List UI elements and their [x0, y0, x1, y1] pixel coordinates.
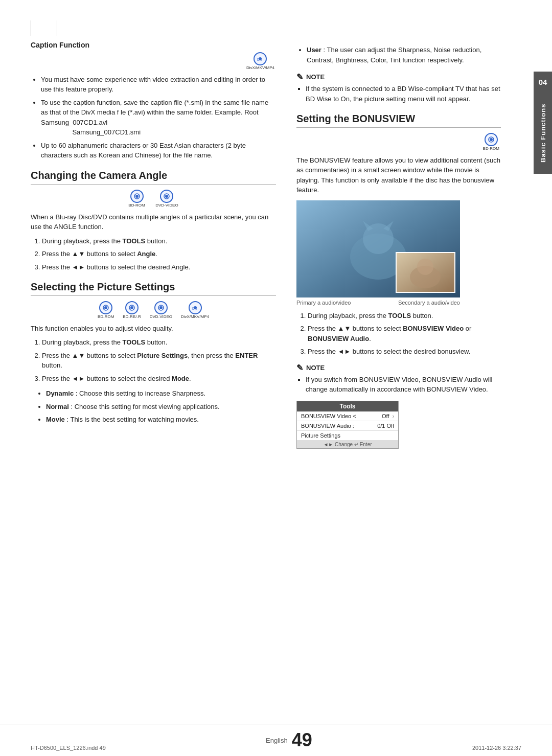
note-label-2: NOTE — [306, 364, 325, 372]
picture-settings-section: Selecting the Picture Settings BD-ROM — [31, 281, 276, 425]
svg-point-10 — [160, 307, 162, 309]
bonusview-title: Setting the BONUSVIEW — [296, 113, 501, 128]
top-margin-lines — [0, 20, 552, 36]
side-tab-label: Basic Functions — [534, 92, 552, 174]
svg-point-3 — [164, 194, 169, 199]
caption-icon-row: DX DivX/MKV/MP4 — [31, 52, 276, 71]
tools-menu: Tools BONUSVIEW Video < Off › BONUSVIEW … — [296, 401, 399, 449]
ps-step-2: Press the ▲▼ buttons to select Picture S… — [42, 351, 276, 371]
note-label-1: NOTE — [306, 73, 325, 81]
bv-step-1: During playback, press the TOOLS button. — [308, 311, 501, 321]
tools-menu-row-2: BONUSVIEW Audio : 0/1 Off — [297, 421, 398, 431]
side-tab-text: Basic Functions — [539, 103, 547, 162]
picture-settings-intro: This function enables you to adjust vide… — [31, 324, 276, 334]
caption-bullet-2: To use the caption function, save the ca… — [41, 98, 276, 138]
svg-point-6 — [105, 307, 107, 309]
svg-point-9 — [158, 305, 164, 310]
bv-step-2: Press the ▲▼ buttons to select BONUSVIEW… — [308, 324, 501, 343]
bonusview-section: Setting the BONUSVIEW BD-ROM The BONUSVI… — [296, 113, 501, 449]
bonusview-primary-label: Primary a audio/video — [296, 300, 351, 306]
note-item-2: If you switch from BONUSVIEW Video, BONU… — [306, 375, 501, 395]
picture-settings-icons: BD-ROM BD-RE/-R DVD-VIDEO — [31, 301, 276, 319]
note-content-2: If you switch from BONUSVIEW Video, BONU… — [296, 375, 501, 395]
svg-point-1 — [134, 194, 140, 199]
bonusview-steps: During playback, press the TOOLS button.… — [296, 311, 501, 357]
svg-text:DX: DX — [192, 307, 197, 310]
note-icon-1: ✎ — [296, 72, 303, 82]
ps-step-3: Press the ◄► buttons to select the desir… — [42, 374, 276, 384]
tools-menu-row-1: BONUSVIEW Video < Off › — [297, 411, 398, 421]
svg-point-12 — [489, 137, 494, 142]
tools-menu-row-3: Picture Settings — [297, 431, 398, 441]
camera-angle-section: Changing the Camera Angle BD-ROM — [31, 170, 276, 272]
user-bullet-list: User : The user can adjust the Sharpness… — [296, 45, 501, 65]
divx-icon: DX DivX/MKV/MP4 — [246, 52, 274, 71]
camera-angle-intro: When a Blu-ray Disc/DVD contains multipl… — [31, 212, 276, 232]
page-number-area: English 49 — [266, 729, 312, 751]
picture-settings-note: ✎ NOTE If the system is connected to a B… — [296, 72, 501, 104]
ps-dynamic: Dynamic : Choose this setting to increas… — [46, 388, 276, 399]
ps-divx-icon: DX DivX/MKV/MP4 — [181, 301, 209, 319]
svg-point-8 — [131, 307, 133, 309]
caption-bullets: You must have some experience with video… — [31, 75, 276, 161]
bonusview-icon-row: BD-ROM — [296, 133, 501, 151]
right-column: User : The user can adjust the Sharpness… — [296, 41, 521, 724]
ps-user: User : The user can adjust the Sharpness… — [307, 45, 501, 65]
svg-point-4 — [166, 195, 168, 197]
bonusview-secondary-label: Secondary a audio/video — [398, 300, 460, 306]
picture-settings-title: Selecting the Picture Settings — [31, 281, 276, 296]
tools-menu-title: Tools — [297, 401, 398, 411]
bdrom-icon: BD-ROM — [128, 190, 145, 208]
page-wrapper: Caption Function DX DivX/MKV/MP4 You mus… — [0, 0, 552, 756]
ps-step-1: During playback, press the TOOLS button. — [42, 337, 276, 348]
ps-normal: Normal : Choose this setting for most vi… — [46, 402, 276, 412]
footer-date: 2011-12-26 3:22:37 — [472, 745, 521, 751]
ps-movie: Movie : This is the best setting for wat… — [46, 415, 276, 425]
svg-point-7 — [129, 305, 134, 310]
ps-bdrer-icon: BD-RE/-R — [123, 301, 141, 319]
left-column: Caption Function DX DivX/MKV/MP4 You mus… — [31, 41, 276, 724]
bonusview-note: ✎ NOTE If you switch from BONUSVIEW Vide… — [296, 363, 501, 395]
caption-bullet-1: You must have some experience with video… — [41, 75, 276, 95]
page-footer: HT-D6500_ELS_1226.indd 49 English 49 201… — [0, 724, 552, 756]
camera-step-1: During playback, press the TOOLS button. — [42, 236, 276, 246]
page-number: 49 — [292, 729, 312, 751]
bv-step-3: Press the ◄► buttons to select the desir… — [308, 347, 501, 357]
tools-menu-footer: ◄► Change ↵ Enter — [297, 441, 398, 448]
user-bullet-section: User : The user can adjust the Sharpness… — [296, 45, 501, 65]
side-tab-number: 04 — [534, 72, 552, 92]
bonusview-labels: Primary a audio/video Secondary a audio/… — [296, 300, 460, 306]
caption-function-title: Caption Function — [31, 41, 276, 49]
ps-dvdvideo-icon: DVD-VIDEO — [150, 301, 172, 319]
note-icon-2: ✎ — [296, 363, 303, 373]
note-item-1: If the system is connected to a BD Wise-… — [306, 84, 501, 104]
bv-bdrom-icon: BD-ROM — [483, 133, 499, 151]
picture-settings-steps: During playback, press the TOOLS button.… — [31, 337, 276, 383]
bonusview-primary-svg — [296, 200, 460, 297]
bonusview-image — [296, 200, 460, 297]
svg-text:DX: DX — [257, 58, 262, 61]
language-label: English — [266, 737, 288, 744]
margin-line-left — [31, 20, 31, 36]
camera-angle-title: Changing the Camera Angle — [31, 170, 276, 185]
camera-step-3: Press the ◄► buttons to select the desir… — [42, 262, 276, 272]
note-content-1: If the system is connected to a BD Wise-… — [296, 84, 501, 104]
caption-bullet-3: Up to 60 alphanumeric characters or 30 E… — [41, 141, 276, 161]
svg-point-5 — [103, 305, 108, 310]
camera-step-2: Press the ▲▼ buttons to select Angle. — [42, 249, 276, 259]
dvdvideo-icon: DVD-VIDEO — [155, 190, 178, 208]
bonusview-intro: The BONUSVIEW feature allows you to view… — [296, 155, 501, 195]
margin-line-right — [57, 20, 57, 36]
camera-angle-steps: During playback, press the TOOLS button.… — [31, 236, 276, 272]
picture-mode-bullets: Dynamic : Choose this setting to increas… — [36, 388, 276, 425]
svg-point-13 — [490, 139, 492, 141]
svg-point-21 — [417, 259, 433, 275]
caption-function-section: Caption Function DX DivX/MKV/MP4 You mus… — [31, 41, 276, 161]
ps-bdrom-icon: BD-ROM — [98, 301, 114, 319]
footer-filename: HT-D6500_ELS_1226.indd 49 — [31, 745, 106, 751]
camera-angle-icons: BD-ROM DVD-VIDEO — [31, 190, 276, 208]
main-content: Caption Function DX DivX/MKV/MP4 You mus… — [0, 41, 552, 724]
svg-point-2 — [136, 195, 138, 197]
